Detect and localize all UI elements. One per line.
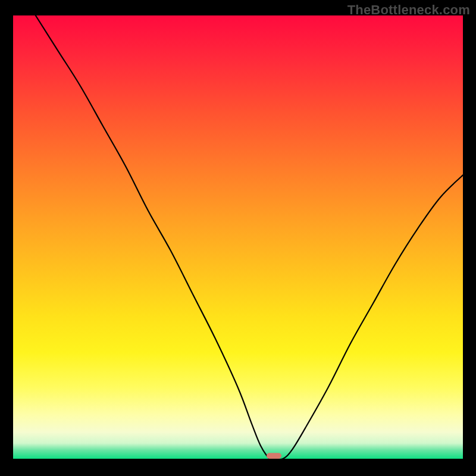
chart-frame: TheBottleneck.com [0, 0, 476, 476]
chart-svg [13, 15, 463, 459]
bottleneck-curve [36, 15, 463, 459]
plot-area [13, 15, 463, 459]
optimal-point-marker [267, 453, 281, 459]
watermark-text: TheBottleneck.com [347, 2, 470, 18]
